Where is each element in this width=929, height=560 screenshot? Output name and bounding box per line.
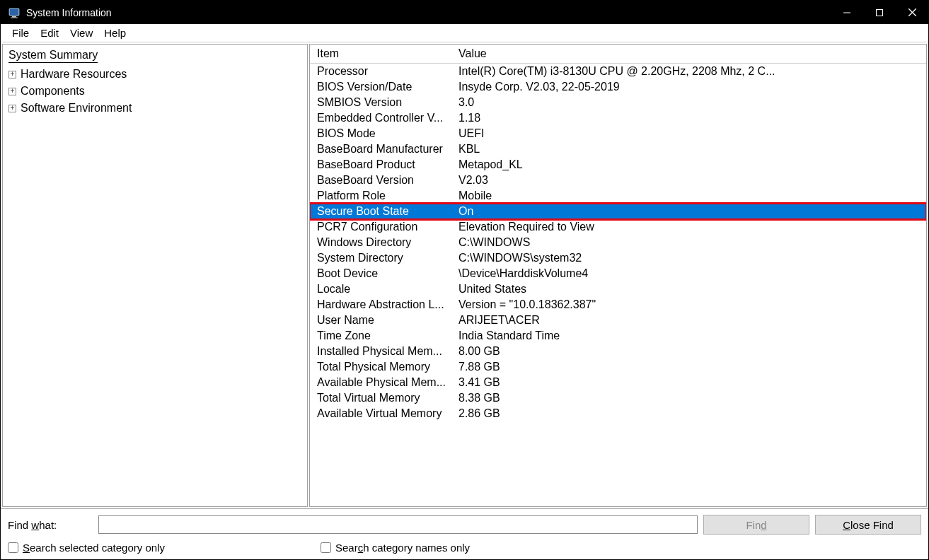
details-item: Secure Boot State (314, 205, 456, 218)
details-item: Windows Directory (314, 236, 456, 249)
details-row[interactable]: System DirectoryC:\WINDOWS\system32 (310, 250, 926, 266)
details-value: V2.03 (456, 174, 922, 187)
details-item: Boot Device (314, 267, 456, 280)
expand-icon[interactable]: + (8, 88, 16, 95)
details-item: BaseBoard Product (314, 158, 456, 171)
expand-icon[interactable]: + (8, 105, 16, 112)
details-value: Version = "10.0.18362.387" (456, 298, 922, 311)
menu-file[interactable]: File (6, 25, 35, 40)
details-list[interactable]: Item Value ProcessorIntel(R) Core(TM) i3… (310, 45, 926, 506)
details-item: Available Physical Mem... (314, 376, 456, 389)
tree-node[interactable]: +Components (8, 83, 301, 100)
svg-rect-5 (877, 9, 883, 16)
details-item: Locale (314, 283, 456, 296)
column-value[interactable]: Value (456, 47, 922, 60)
details-header[interactable]: Item Value (310, 45, 926, 64)
details-item: BaseBoard Version (314, 174, 456, 187)
details-value: 3.41 GB (456, 376, 922, 389)
details-value: United States (456, 283, 922, 296)
details-value: 3.0 (456, 96, 922, 109)
minimize-button[interactable] (831, 1, 863, 24)
find-what-label: Find what: (8, 519, 93, 531)
details-value: 7.88 GB (456, 361, 922, 373)
details-row[interactable]: Total Virtual Memory8.38 GB (310, 390, 926, 406)
details-value: India Standard Time (456, 329, 922, 342)
details-value: Elevation Required to View (456, 221, 922, 233)
details-row[interactable]: PCR7 ConfigurationElevation Required to … (310, 219, 926, 235)
details-row[interactable]: Windows DirectoryC:\WINDOWS (310, 235, 926, 250)
details-item: Installed Physical Mem... (314, 345, 456, 358)
details-item: User Name (314, 314, 456, 327)
window-title: System Information (26, 7, 831, 18)
details-value: C:\WINDOWS\system32 (456, 252, 922, 264)
details-value: On (456, 205, 922, 218)
details-row[interactable]: BaseBoard VersionV2.03 (310, 173, 926, 188)
details-item: System Directory (314, 252, 456, 264)
close-find-button[interactable]: Close Find (815, 515, 921, 535)
details-row[interactable]: Installed Physical Mem...8.00 GB (310, 344, 926, 359)
details-item: BIOS Mode (314, 127, 456, 140)
details-value: 8.00 GB (456, 345, 922, 358)
details-item: Platform Role (314, 189, 456, 202)
details-row[interactable]: Platform RoleMobile (310, 188, 926, 204)
details-row[interactable]: Total Physical Memory7.88 GB (310, 359, 926, 375)
details-row[interactable]: BaseBoard ManufacturerKBL (310, 141, 926, 157)
search-selected-category-checkbox[interactable]: Search selected category only (8, 542, 165, 554)
details-value: ARIJEET\ACER (456, 314, 922, 327)
details-value: UEFI (456, 127, 922, 140)
details-item: Processor (314, 65, 456, 78)
details-row[interactable]: BIOS ModeUEFI (310, 126, 926, 141)
find-button[interactable]: Find (703, 515, 809, 535)
titlebar: System Information (1, 1, 928, 24)
details-item: Total Virtual Memory (314, 392, 456, 404)
column-item[interactable]: Item (314, 47, 456, 60)
details-row[interactable]: BaseBoard ProductMetapod_KL (310, 157, 926, 173)
menu-view[interactable]: View (64, 25, 98, 40)
details-value: \Device\HarddiskVolume4 (456, 267, 922, 280)
details-row[interactable]: Hardware Abstraction L...Version = "10.0… (310, 297, 926, 313)
details-item: BIOS Version/Date (314, 81, 456, 93)
details-row[interactable]: LocaleUnited States (310, 281, 926, 297)
details-item: Time Zone (314, 329, 456, 342)
details-value: 2.86 GB (456, 407, 922, 420)
tree-node[interactable]: +Software Environment (8, 100, 301, 117)
menu-edit[interactable]: Edit (35, 25, 64, 40)
details-row[interactable]: BIOS Version/DateInsyde Corp. V2.03, 22-… (310, 79, 926, 95)
details-item: BaseBoard Manufacturer (314, 143, 456, 156)
app-icon (8, 6, 21, 19)
navigation-tree[interactable]: System Summary +Hardware Resources+Compo… (2, 44, 308, 507)
details-pane: Item Value ProcessorIntel(R) Core(TM) i3… (309, 44, 927, 507)
svg-rect-2 (12, 16, 16, 18)
details-row[interactable]: SMBIOS Version3.0 (310, 95, 926, 110)
maximize-button[interactable] (863, 1, 896, 24)
search-category-names-input[interactable] (321, 542, 331, 553)
details-row[interactable]: Available Physical Mem...3.41 GB (310, 375, 926, 390)
details-value: KBL (456, 143, 922, 156)
details-row[interactable]: Embedded Controller V...1.18 (310, 110, 926, 126)
search-bar: Find what: Find Close Find Search select… (1, 508, 928, 559)
search-category-names-checkbox[interactable]: Search category names only (321, 542, 470, 554)
menu-help[interactable]: Help (98, 25, 132, 40)
details-row[interactable]: Time ZoneIndia Standard Time (310, 328, 926, 344)
details-item: Hardware Abstraction L... (314, 298, 456, 311)
details-row[interactable]: Boot Device\Device\HarddiskVolume4 (310, 266, 926, 281)
details-value: 1.18 (456, 112, 922, 124)
details-item: PCR7 Configuration (314, 221, 456, 233)
tree-root-system-summary[interactable]: System Summary (8, 49, 98, 63)
details-row[interactable]: ProcessorIntel(R) Core(TM) i3-8130U CPU … (310, 64, 926, 79)
expand-icon[interactable]: + (8, 71, 16, 78)
tree-node[interactable]: +Hardware Resources (8, 66, 301, 83)
find-what-input[interactable] (98, 515, 698, 534)
tree-node-label: Hardware Resources (21, 68, 127, 81)
close-button[interactable] (896, 1, 928, 24)
search-selected-category-input[interactable] (8, 542, 18, 553)
details-value: Metapod_KL (456, 158, 922, 171)
main-area: System Summary +Hardware Resources+Compo… (1, 42, 928, 508)
details-item: Available Virtual Memory (314, 407, 456, 420)
details-item: SMBIOS Version (314, 96, 456, 109)
details-value: Insyde Corp. V2.03, 22-05-2019 (456, 81, 922, 93)
details-row[interactable]: Secure Boot StateOn (310, 204, 926, 219)
details-value: Intel(R) Core(TM) i3-8130U CPU @ 2.20GHz… (456, 65, 922, 78)
details-row[interactable]: Available Virtual Memory2.86 GB (310, 406, 926, 421)
details-row[interactable]: User NameARIJEET\ACER (310, 313, 926, 328)
